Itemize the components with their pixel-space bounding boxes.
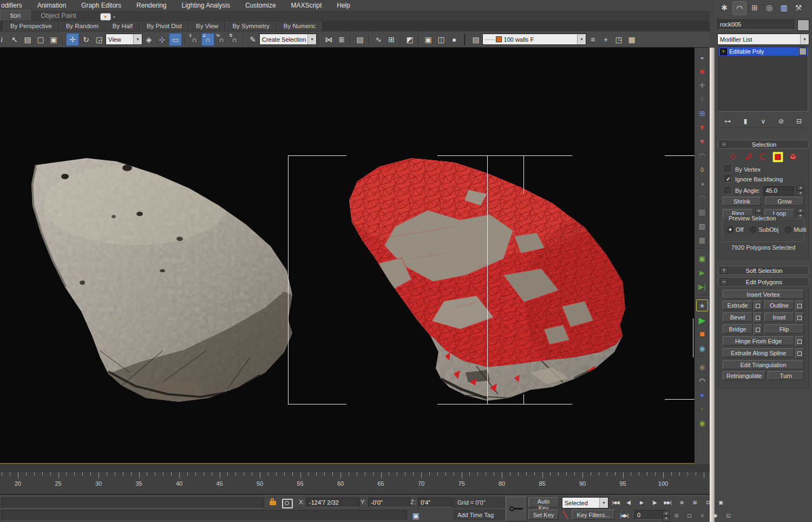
polygon-subobject-icon[interactable] <box>772 152 783 162</box>
select-objects-in-layer-icon[interactable]: ▦ <box>626 34 638 45</box>
current-frame-field[interactable]: 0 <box>634 510 666 520</box>
manage-layers-icon[interactable]: ▤ <box>354 34 366 45</box>
framed-hand-icon[interactable]: ∗ <box>696 299 708 311</box>
go-to-start-button[interactable]: |◀◀ <box>610 497 621 507</box>
insert-vertex-button[interactable]: Insert Vertex <box>723 290 804 299</box>
by-vertex-checkbox[interactable] <box>725 166 732 173</box>
ignore-backfacing-row[interactable]: ✓ Ignore Backfacing <box>725 175 783 182</box>
manage-layers-icon-2[interactable]: ▤ <box>470 34 482 45</box>
by-perspective-button[interactable]: By Perspective <box>3 21 59 31</box>
rock-unselected[interactable] <box>22 151 303 410</box>
window-gears-icon[interactable]: ▣ <box>697 253 708 264</box>
mask-icon[interactable]: ◠ <box>697 375 708 386</box>
selection-filter-combo[interactable]: Selected ▾ <box>562 497 608 508</box>
render-setup-icon[interactable]: ▣ <box>422 34 434 45</box>
bevel-button[interactable]: Bevel <box>723 312 752 322</box>
zoom-all-icon[interactable]: ⊞ <box>689 497 700 507</box>
element-subobject-icon[interactable] <box>788 152 798 161</box>
inset-button[interactable]: Inset <box>764 312 794 322</box>
bevel-settings-button[interactable] <box>754 312 762 323</box>
zoom-extents-all-icon[interactable]: ▣ <box>715 497 726 507</box>
layer-list-combo[interactable]: — —100 walls F▾ <box>482 34 586 45</box>
wall-icon[interactable]: ▤ <box>697 206 708 217</box>
inset-settings-button[interactable] <box>795 312 804 323</box>
previous-frame-button[interactable]: ◀| <box>623 497 634 507</box>
display-tab-icon[interactable]: ▥ <box>777 1 790 14</box>
play-gear-icon[interactable]: ▶ <box>697 267 708 278</box>
schematic-view-icon[interactable]: ⊞ <box>385 34 397 45</box>
edit-triangulation-button[interactable]: Edit Triangulation <box>723 360 804 369</box>
menu-lighting-analysis[interactable]: Lighting Analysis <box>174 0 237 11</box>
modify-tab-icon[interactable]: ◠ <box>732 1 746 15</box>
object-color-swatch[interactable] <box>797 19 809 31</box>
angle-value-field[interactable]: 45.0 <box>763 186 794 195</box>
modifier-list-combo[interactable]: Modifier List ▾ <box>717 34 809 45</box>
configure-modifier-sets-icon[interactable]: ⊟ <box>794 116 804 126</box>
angle-snap-toggle-icon[interactable]: ∩∠ <box>201 33 214 46</box>
stack-toggle-icon[interactable] <box>799 48 807 55</box>
collapse-icon[interactable]: − <box>721 278 728 285</box>
hinge-from-edge-settings-button[interactable] <box>795 336 804 347</box>
fan-icon[interactable]: ◑ <box>697 178 708 189</box>
mini-listener-icon[interactable]: ▣ <box>410 510 422 521</box>
zoom-extents-icon[interactable]: ⊡ <box>702 497 713 507</box>
by-random-button[interactable]: By Random <box>59 21 106 31</box>
go-to-end-button[interactable]: ▶▶| <box>662 497 673 507</box>
align-icon[interactable]: ≣ <box>336 34 348 45</box>
make-unique-icon[interactable]: ∨ <box>758 116 768 126</box>
object-name-field[interactable]: rock005 <box>717 19 794 30</box>
eye-icon[interactable]: ◉ <box>697 343 708 354</box>
x-coordinate-field[interactable]: -124'7 2/32 <box>306 498 359 507</box>
maximize-viewport-icon[interactable]: ◱ <box>722 510 734 520</box>
key-pen-icon[interactable]: ╲ <box>563 511 567 519</box>
step-gear-icon[interactable]: ▶| <box>697 281 708 292</box>
window-crossing-icon[interactable]: ▣ <box>48 34 60 45</box>
edge-subobject-icon[interactable] <box>743 152 753 161</box>
rendered-frame-window-icon[interactable]: ◫ <box>435 34 447 45</box>
red-arrow-icon[interactable]: ▼ <box>697 122 708 133</box>
shrink-button[interactable]: Shrink <box>723 197 761 206</box>
bridge-button[interactable]: Bridge <box>723 324 752 334</box>
keyboard-shortcut-override-icon[interactable]: ▭ <box>169 33 182 46</box>
move-tool-icon[interactable]: ✛ <box>697 80 708 90</box>
bind-to-space-warp-icon[interactable]: ≀ <box>0 34 8 45</box>
material-editor-icon[interactable]: ◩ <box>404 34 416 45</box>
move-tool-dim-icon[interactable]: ✛ <box>697 94 708 105</box>
percent-snap-toggle-icon[interactable]: ∩% <box>215 34 227 45</box>
grid-icon[interactable]: ⊞ <box>697 108 708 119</box>
menu-help[interactable]: Help <box>329 0 358 11</box>
curve-icon[interactable]: ◠ <box>697 150 708 161</box>
time-configuration-icon[interactable]: ⊙ <box>670 510 682 520</box>
bridge-settings-button[interactable] <box>754 324 762 335</box>
select-and-move-icon[interactable]: ✛ <box>66 33 79 46</box>
extrude-settings-button[interactable] <box>754 301 762 311</box>
gem-icon[interactable]: ◆ <box>697 66 708 76</box>
ribbon-tab-object-paint[interactable]: Object Paint <box>31 11 86 21</box>
expand-icon[interactable]: + <box>721 267 728 274</box>
bird-icon[interactable]: ● <box>697 389 708 400</box>
viewport[interactable] <box>0 48 695 464</box>
auto-key-button[interactable]: Auto Key <box>528 497 559 507</box>
menu-animation[interactable]: Animation <box>30 0 74 11</box>
menu-graph-editors[interactable]: Graph Editors <box>74 0 129 11</box>
ribbon-tab-tion[interactable]: tion <box>0 10 31 21</box>
loop-spinner[interactable]: ▴▾ <box>797 208 804 219</box>
z-coordinate-field[interactable]: 0'4" <box>418 498 453 507</box>
reference-coordinate-system-combo[interactable]: View▾ <box>106 34 142 45</box>
rectangular-selection-region-icon[interactable]: ▢ <box>35 34 47 45</box>
hierarchy-tab-icon[interactable]: ⊞ <box>748 1 761 14</box>
pin-stack-icon[interactable]: ⊶ <box>723 116 732 126</box>
selection-rollout-header[interactable]: − Selection <box>718 140 809 149</box>
stairs-icon[interactable]: ▧ <box>697 220 708 231</box>
track-bar[interactable] <box>1 498 264 508</box>
railing-icon[interactable]: ▦ <box>697 234 708 245</box>
face-icon[interactable]: ◉ <box>697 417 708 428</box>
by-vertex-row[interactable]: By Vertex <box>725 166 761 173</box>
edit-polygons-rollout-header[interactable]: − Edit Polygons <box>718 277 809 286</box>
extrude-along-spline-settings-button[interactable] <box>795 348 804 358</box>
panel-splitter[interactable] <box>710 48 715 522</box>
select-and-manipulate-icon[interactable]: ⊹ <box>156 34 168 45</box>
angle-spinner[interactable]: ▴▾ <box>797 185 804 196</box>
curve-editor-icon[interactable]: ∿ <box>372 34 384 45</box>
menu-odifiers[interactable]: odifiers <box>0 0 30 11</box>
